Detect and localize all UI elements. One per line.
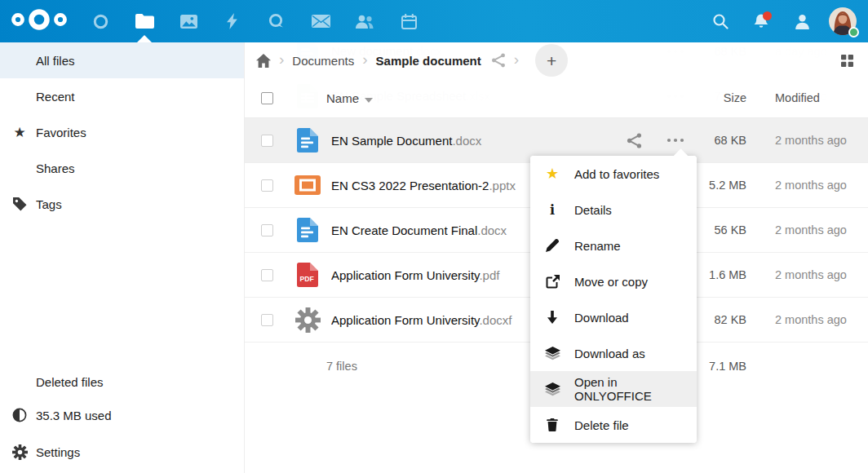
app-photos[interactable] [166,0,210,42]
breadcrumb-bar: › Documents › Sample document › + [245,42,868,78]
menu-item-open-in-onlyoffice[interactable]: Open in ONLYOFFICE [530,371,697,407]
gear-icon [11,431,29,473]
sidebar-item-shares[interactable]: Shares [0,150,244,186]
layers-icon [544,347,560,360]
sort-by-name-header[interactable]: Name [326,91,373,105]
more-options-button[interactable] [666,138,684,143]
file-icon-document [294,127,321,153]
file-name[interactable]: EN Sample Document.docx [331,134,591,148]
contacts-menu-button[interactable] [788,7,816,35]
notifications-button[interactable] [747,7,775,35]
file-context-menu: ★Add to favoritesiDetailsRenameMove or c… [530,156,697,443]
breadcrumb-separator: › [506,51,527,69]
trash-icon [544,418,560,431]
grid-view-toggle[interactable] [841,55,853,67]
breadcrumb-current-folder: Sample document [376,54,481,68]
share-icon[interactable] [627,133,642,148]
new-file-button[interactable]: + [535,44,568,77]
sidebar-item-favorites[interactable]: ★Favorites [0,114,244,150]
sidebar-item-tags[interactable]: Tags [0,186,244,222]
files-icon [135,14,154,29]
sidebar-item-label: All files [36,54,75,68]
file-modified: 2 months ago [746,134,868,147]
sidebar-bottom-navigation: Deleted files35.3 MB usedSettings [0,364,244,473]
menu-item-label: Rename [574,239,621,253]
file-size: 1.6 MB [689,268,746,281]
menu-item-details[interactable]: iDetails [530,192,697,228]
sidebar-item-recent[interactable]: Recent [0,78,244,114]
app-navigation [78,0,431,42]
sidebar-item-35-3-mb-used[interactable]: 35.3 MB used [0,400,244,431]
mail-icon [312,15,330,28]
nextcloud-logo[interactable] [0,0,78,42]
file-table-header: Name Size Modified [245,78,868,118]
row-actions [591,133,689,148]
app-dashboard[interactable] [78,0,122,42]
sidebar-item-all-files[interactable]: All files [0,42,244,78]
caret-down-icon [365,91,373,105]
menu-item-move-or-copy[interactable]: Move or copy [530,263,697,299]
sidebar-item-label: Recent [36,90,75,104]
files-sidebar: All filesRecent★FavoritesSharesTags Dele… [0,42,245,473]
select-all-checkbox[interactable] [261,92,273,104]
sidebar-item-label: Tags [36,197,62,211]
file-icon-form [294,307,321,333]
row-checkbox[interactable] [261,135,273,147]
contacts-icon [355,15,374,29]
app-calendar[interactable] [387,0,431,42]
row-checkbox[interactable] [261,314,273,326]
tag-icon [11,186,29,222]
menu-item-delete-file[interactable]: Delete file [530,407,697,443]
top-navigation-bar [0,0,868,42]
sidebar-item-settings[interactable]: Settings [0,431,244,473]
file-size: 5.2 MB [689,179,746,192]
file-size: 82 KB [689,313,746,326]
quota-icon [11,400,29,431]
file-modified: 2 months ago [746,223,868,236]
total-size: 7.1 MB [689,360,746,373]
menu-item-rename[interactable]: Rename [530,228,697,263]
file-icon-pdf: PDF [294,262,321,288]
menu-item-download[interactable]: Download [530,299,697,335]
app-mail[interactable] [299,0,343,42]
file-size: 56 KB [689,223,746,236]
topbar-right-controls [706,7,868,35]
search-button[interactable] [706,7,734,35]
menu-item-label: Add to favorites [574,167,659,181]
app-files[interactable] [122,0,166,42]
menu-item-add-to-favorites[interactable]: ★Add to favorites [530,156,697,192]
row-checkbox[interactable] [261,269,273,281]
row-checkbox[interactable] [261,179,273,192]
share-folder-icon[interactable] [491,53,506,68]
person-icon [795,14,810,29]
photos-icon [180,15,197,29]
sidebar-item-label: Favorites [36,126,86,139]
file-modified: 2 months ago [746,313,868,326]
app-activity[interactable] [210,0,255,42]
search-icon [712,13,728,29]
breadcrumb-separator: › [354,51,375,69]
sidebar-item-label: Shares [36,161,75,175]
menu-item-download-as[interactable]: Download as [530,335,697,371]
app-contacts[interactable] [343,0,387,42]
name-column-label: Name [326,91,359,105]
layers-icon [544,382,560,396]
dashboard-icon [93,14,108,29]
sidebar-item-deleted-files[interactable]: Deleted files [0,364,244,400]
sort-by-modified-header[interactable]: Modified [746,91,868,104]
notification-badge [763,11,772,20]
breadcrumb-separator: › [271,51,292,69]
app-talk[interactable] [255,0,299,42]
row-checkbox[interactable] [261,224,273,236]
info-icon: i [544,202,560,218]
file-icon-document [294,217,321,243]
talk-icon [268,13,285,29]
pencil-icon [544,239,560,252]
file-modified: 2 months ago [746,179,868,192]
menu-item-label: Delete file [574,418,629,432]
user-avatar[interactable] [829,7,857,35]
home-icon[interactable] [256,54,271,68]
sort-by-size-header[interactable]: Size [689,91,746,104]
breadcrumb-documents[interactable]: Documents [292,54,354,68]
download-icon [544,311,560,324]
